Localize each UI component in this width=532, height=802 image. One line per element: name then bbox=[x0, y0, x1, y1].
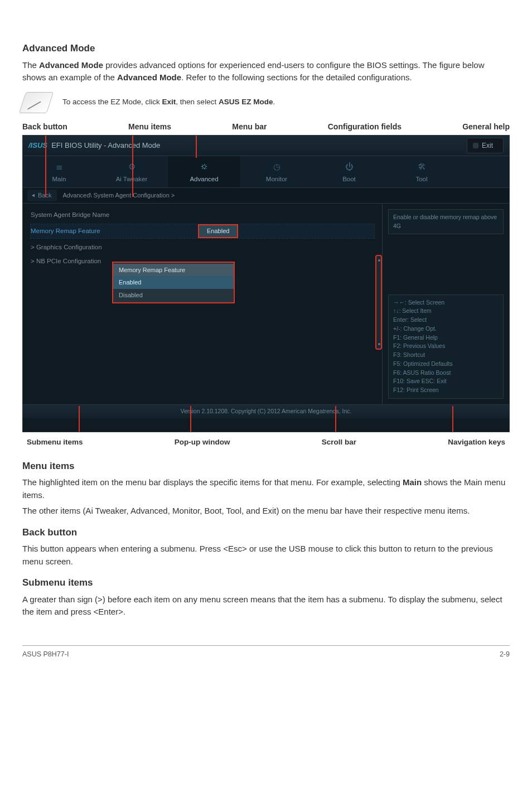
footer-right: 2-9 bbox=[500, 649, 510, 660]
nav-key: F3: Shortcut bbox=[393, 351, 499, 360]
note-box: To access the EZ Mode, click Exit, then … bbox=[22, 92, 510, 113]
submenu-items-heading: Submenu items bbox=[22, 576, 510, 590]
page-footer: ASUS P8H77-I 2-9 bbox=[22, 645, 510, 660]
popup-title: Memory Remap Feature bbox=[113, 264, 234, 277]
text: . Refer to the following sections for th… bbox=[181, 73, 412, 82]
nav-key: ↑↓: Select Item bbox=[393, 307, 499, 316]
back-button-paragraph: This button appears when entering a subm… bbox=[22, 543, 510, 568]
gauge-icon: ◷ bbox=[240, 161, 313, 173]
gear-icon: ⚙ bbox=[95, 161, 168, 173]
bold-text: Exit bbox=[162, 98, 176, 106]
bios-title-text: EFI BIOS Utility - Advanced Mode bbox=[51, 141, 160, 149]
bios-tab-bar: ≣Main ⚙Ai Tweaker ⛭Advanced ◷Monitor ⏻Bo… bbox=[23, 156, 509, 189]
callout-line bbox=[132, 136, 133, 197]
tab-label: Monitor bbox=[266, 176, 287, 182]
scroll-up-icon[interactable] bbox=[378, 259, 380, 262]
popup-window: Memory Remap Feature Enabled Disabled bbox=[112, 262, 235, 304]
back-button-heading: Back button bbox=[22, 525, 510, 540]
nav-key: Enter: Select bbox=[393, 316, 499, 325]
bottom-annotation-row: Submenu items Pop-up window Scroll bar N… bbox=[27, 437, 505, 448]
config-value[interactable]: Enabled bbox=[198, 224, 238, 238]
context-help: Enable or disable memory remap above 4G bbox=[388, 209, 504, 235]
chip-icon: ⛭ bbox=[168, 161, 240, 173]
tab-main[interactable]: ≣Main bbox=[23, 156, 95, 188]
tab-tool[interactable]: 🛠Tool bbox=[385, 156, 458, 188]
nav-key: F1: General Help bbox=[393, 334, 499, 342]
advanced-mode-heading: Advanced Mode bbox=[22, 41, 510, 56]
tab-label: Boot bbox=[342, 176, 356, 182]
tab-label: Advanced bbox=[190, 176, 218, 182]
popup-option-disabled[interactable]: Disabled bbox=[113, 289, 234, 302]
bios-title: /ISUS EFI BIOS Utility - Advanced Mode bbox=[28, 140, 160, 151]
nav-key: F5: Optimized Defaults bbox=[393, 360, 499, 369]
footer-left: ASUS P8H77-I bbox=[22, 649, 69, 660]
tab-monitor[interactable]: ◷Monitor bbox=[240, 156, 313, 188]
nav-key: F2: Previous Values bbox=[393, 342, 499, 351]
annot-scroll-bar: Scroll bar bbox=[322, 437, 356, 448]
advanced-mode-paragraph: The Advanced Mode provides advanced opti… bbox=[22, 59, 510, 84]
popup-option-enabled[interactable]: Enabled bbox=[113, 276, 234, 289]
exit-button[interactable]: Exit bbox=[467, 138, 504, 153]
callout-line bbox=[335, 406, 336, 432]
bios-window: /ISUS EFI BIOS Utility - Advanced Mode E… bbox=[22, 135, 510, 432]
nav-key: →←: Select Screen bbox=[393, 298, 499, 307]
config-row-bridge-name: System Agent Bridge Name bbox=[31, 210, 374, 220]
text: . bbox=[273, 98, 275, 106]
tab-ai-tweaker[interactable]: ⚙Ai Tweaker bbox=[95, 156, 168, 188]
annot-config-fields: Configuration fields bbox=[328, 121, 402, 133]
tool-icon: 🛠 bbox=[385, 161, 458, 173]
bios-body: System Agent Bridge Name Memory Remap Fe… bbox=[23, 204, 509, 404]
asus-logo: /ISUS bbox=[28, 141, 47, 149]
power-icon: ⏻ bbox=[313, 161, 385, 173]
menu-items-paragraph: The highlighted item on the menu bar dis… bbox=[22, 476, 510, 501]
text: The highlighted item on the menu bar dis… bbox=[22, 477, 403, 487]
list-icon: ≣ bbox=[23, 161, 95, 173]
annot-general-help: General help bbox=[462, 121, 510, 133]
nav-key: F12: Print Screen bbox=[393, 386, 499, 395]
menu-items-paragraph-2: The other items (Ai Tweaker, Advanced, M… bbox=[22, 505, 510, 518]
bold-text: Advanced Mode bbox=[117, 73, 181, 82]
callout-line bbox=[196, 136, 197, 158]
note-icon bbox=[19, 92, 54, 113]
back-button[interactable]: Back bbox=[27, 190, 57, 201]
annot-popup-window: Pop-up window bbox=[175, 437, 230, 448]
tab-boot[interactable]: ⏻Boot bbox=[313, 156, 385, 188]
breadcrumb: Advanced\ System Agent Configuration > bbox=[62, 191, 175, 200]
bold-text: Advanced Mode bbox=[39, 60, 103, 70]
text: The bbox=[22, 60, 39, 70]
callout-line bbox=[79, 406, 80, 432]
tab-advanced[interactable]: ⛭Advanced bbox=[168, 156, 240, 188]
tab-label: Main bbox=[52, 176, 66, 182]
callout-line bbox=[452, 406, 453, 432]
scrollbar[interactable] bbox=[375, 255, 382, 350]
callout-line bbox=[45, 136, 46, 197]
bios-help-panel: Enable or disable memory remap above 4G … bbox=[382, 204, 509, 404]
top-annotation-row: Back button Menu items Menu bar Configur… bbox=[22, 121, 510, 133]
bold-text: ASUS EZ Mode bbox=[219, 98, 273, 106]
text: , then select bbox=[176, 98, 219, 106]
menu-items-heading: Menu items bbox=[22, 459, 510, 474]
annot-menu-bar: Menu bar bbox=[232, 121, 267, 133]
nav-key: +/-: Change Opt. bbox=[393, 325, 499, 334]
submenu-items-paragraph: A greater than sign (>) before each item… bbox=[22, 593, 510, 619]
tab-label: Ai Tweaker bbox=[116, 176, 148, 182]
config-label: Graphics Configuration bbox=[31, 243, 198, 252]
annot-submenu-items: Submenu items bbox=[27, 437, 83, 448]
callout-line bbox=[190, 406, 191, 432]
config-row-graphics[interactable]: Graphics Configuration bbox=[31, 243, 374, 252]
config-row-memory-remap[interactable]: Memory Remap Feature Enabled bbox=[31, 224, 374, 238]
config-label: Memory Remap Feature bbox=[31, 226, 198, 236]
tab-label: Tool bbox=[415, 176, 427, 182]
scroll-down-icon[interactable] bbox=[378, 343, 380, 345]
nav-key: F6: ASUS Ratio Boost bbox=[393, 369, 499, 378]
breadcrumb-bar: Back Advanced\ System Agent Configuratio… bbox=[23, 188, 509, 204]
navigation-keys-box: →←: Select Screen ↑↓: Select Item Enter:… bbox=[388, 294, 504, 399]
annot-navigation-keys: Navigation keys bbox=[448, 437, 505, 448]
bold-text: Main bbox=[403, 477, 422, 487]
bios-config-panel: System Agent Bridge Name Memory Remap Fe… bbox=[23, 204, 382, 404]
bios-footer: Version 2.10.1208. Copyright (C) 2012 Am… bbox=[23, 404, 509, 418]
annot-menu-items: Menu items bbox=[128, 121, 171, 133]
note-text: To access the EZ Mode, click Exit, then … bbox=[62, 96, 275, 108]
annot-back-button: Back button bbox=[22, 121, 67, 133]
nav-key: F10: Save ESC: Exit bbox=[393, 377, 499, 386]
